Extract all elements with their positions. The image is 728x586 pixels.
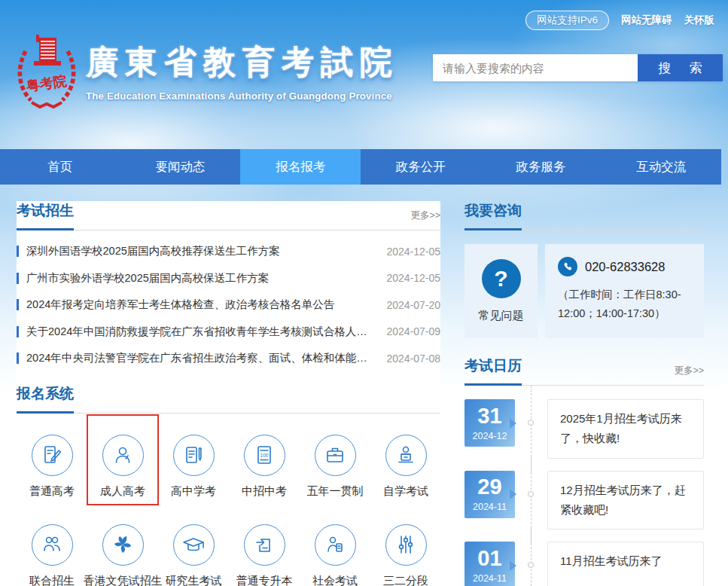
person-laptop-icon [394, 444, 417, 466]
main-nav: 首页 要闻动态 报名报考 政务公开 政务服务 互动交流 [0, 149, 721, 185]
news-row[interactable]: 关于2024年中国消防救援学院在广东省招收青年学生考核测试合格人员名单... 2… [17, 319, 440, 346]
adult-person-icon [111, 444, 134, 466]
timeline-track [515, 471, 547, 530]
phone-number: 020-62833628 [585, 260, 665, 274]
calendar-card[interactable]: 12月招生考试历来了，赶紧收藏吧! [547, 471, 704, 530]
news-title: 广州市实验外语学校2025届国内高校保送工作方案 [26, 271, 386, 285]
system-item-three-two[interactable]: 三二分段 [370, 505, 441, 586]
main-content: 考试招生 更多>> 深圳外国语学校2025届国内高校推荐保送生工作方案 2024… [0, 185, 721, 586]
calendar-card[interactable]: 11月招生考试历来了 [547, 542, 704, 586]
system-label: 中招中考 [242, 484, 287, 499]
bauhinia-flower-icon [111, 533, 134, 556]
news-date: 2024-07-08 [386, 353, 440, 365]
system-label: 社会考试 [312, 574, 358, 586]
systems-section-title: 报名系统 [17, 384, 74, 414]
graduation-cap-icon [181, 533, 206, 556]
system-label: 高中学考 [171, 484, 216, 499]
calendar-month: 2024-12 [473, 431, 507, 441]
gdeea-logo-icon: 粤考院 [14, 32, 80, 111]
system-item-zhongkao[interactable]: 100 中招中考 [229, 415, 300, 505]
system-item-self-study[interactable]: 自学考试 [370, 415, 441, 505]
news-title: 深圳外国语学校2025届国内高校推荐保送生工作方案 [26, 244, 386, 258]
news-title: 2024年报考定向培养军士考生体格检查、政治考核合格名单公告 [26, 298, 386, 312]
calendar-date-badge: 31 2024-12 [465, 399, 515, 447]
nav-item-home[interactable]: 首页 [0, 149, 120, 185]
site-title: 廣東省教育考試院 [86, 41, 402, 84]
system-item-gaokao[interactable]: 普通高考 [17, 415, 87, 505]
calendar-entry: 31 2024-12 2025年1月招生考试历来了，快收藏! [465, 399, 704, 459]
nav-item-gov-services[interactable]: 政务服务 [481, 149, 602, 185]
search-input[interactable] [433, 54, 638, 81]
system-item-hkdse[interactable]: 香港文凭试招生 [87, 505, 158, 586]
news-date: 2024-12-05 [386, 272, 440, 284]
system-label: 成人高考 [100, 484, 145, 499]
svg-text:100: 100 [260, 453, 269, 458]
doc-pen-icon [182, 444, 205, 466]
system-item-social-exam[interactable]: 社会考试 [300, 505, 370, 586]
consult-section-title: 我要咨询 [465, 201, 522, 230]
calendar-entry: 01 2024-11 11月招生考试历来了 [465, 542, 704, 586]
ipv6-badge[interactable]: 网站支持IPv6 [525, 11, 609, 30]
systems-grid: 普通高考 成人高考 高中学考 100 [17, 415, 440, 586]
timeline-track [515, 399, 547, 459]
system-item-five-year[interactable]: 五年一贯制 [300, 415, 370, 505]
system-label: 普通专升本 [236, 574, 293, 586]
calendar-date-badge: 01 2024-11 [465, 542, 515, 586]
system-label: 香港文凭试招生 [84, 574, 163, 586]
page: 网站支持IPv6 网站无障碍 关怀版 粤考院 廣東省教育考試院 [0, 0, 721, 586]
bullet-bar-icon [17, 353, 19, 364]
news-row[interactable]: 广州市实验外语学校2025届国内高校保送工作方案 2024-12-05 [17, 265, 440, 292]
calendar-more-link[interactable]: 更多>> [674, 365, 704, 385]
timeline-dot-icon [528, 491, 534, 497]
system-item-high-school-exam[interactable]: 高中学考 [158, 415, 229, 505]
systems-section-header: 报名系统 [17, 384, 440, 414]
timeline-dot-icon [528, 420, 534, 426]
news-list: 深圳外国语学校2025届国内高校推荐保送生工作方案 2024-12-05 广州市… [17, 238, 440, 372]
system-item-zhuanshengben[interactable]: 普通专升本 [229, 505, 300, 586]
news-date: 2024-07-09 [386, 325, 440, 337]
nav-item-gov-info[interactable]: 政务公开 [361, 149, 481, 185]
news-row[interactable]: 2024年报考定向培养军士考生体格检查、政治考核合格名单公告 2024-07-2… [17, 291, 440, 319]
system-item-adult-gaokao[interactable]: 成人高考 [87, 415, 158, 505]
accessibility-link[interactable]: 网站无障碍 [621, 14, 672, 27]
timeline-dot-icon [528, 562, 534, 568]
news-row[interactable]: 2024年中央司法警官学院在广东省招生政治考察、面试、体检和体能测试合... 2… [17, 345, 440, 372]
site-subtitle: The Education Examinations Authority of … [86, 90, 402, 102]
news-date: 2024-07-20 [386, 299, 440, 311]
consult-section-header: 我要咨询 [465, 201, 704, 230]
phone-icon [558, 257, 577, 276]
calendar-entry: 29 2024-11 12月招生考试历来了，赶紧收藏吧! [465, 471, 704, 530]
system-label: 联合招生 [29, 574, 75, 586]
calendar-section-header: 考试日历 更多>> [465, 356, 704, 386]
calendar-day: 01 [477, 548, 501, 569]
search-button[interactable]: 搜 索 [638, 54, 723, 81]
nav-item-news[interactable]: 要闻动态 [120, 149, 241, 185]
news-row[interactable]: 深圳外国语学校2025届国内高校推荐保送生工作方案 2024-12-05 [17, 238, 440, 265]
news-title: 关于2024年中国消防救援学院在广东省招收青年学生考核测试合格人员名单... [26, 325, 386, 339]
search-bar: 搜 索 [433, 54, 723, 81]
bullet-bar-icon [17, 326, 19, 337]
news-more-link[interactable]: 更多>> [410, 209, 440, 230]
briefcase-icon [324, 444, 346, 466]
news-section-header: 考试招生 更多>> [17, 201, 440, 230]
topbar: 网站支持IPv6 网站无障碍 关怀版 [525, 11, 714, 30]
calendar-month: 2024-11 [473, 502, 507, 512]
system-item-joint-admission[interactable]: 联合招生 [17, 505, 87, 586]
system-label: 五年一贯制 [307, 484, 364, 499]
faq-card[interactable]: ? 常见问题 [465, 244, 538, 338]
nav-item-interaction[interactable]: 互动交流 [601, 149, 721, 185]
bullet-bar-icon [17, 273, 19, 284]
question-icon: ? [482, 259, 521, 298]
care-version-link[interactable]: 关怀版 [684, 14, 715, 27]
news-title: 2024年中央司法警官学院在广东省招生政治考察、面试、体检和体能测试合... [26, 351, 386, 365]
nav-item-registration[interactable]: 报名报考 [240, 149, 361, 185]
calendar-card[interactable]: 2025年1月招生考试历来了，快收藏! [547, 399, 704, 459]
system-label: 研究生考试 [166, 574, 222, 586]
faq-label: 常见问题 [479, 309, 524, 323]
bullet-bar-icon [17, 299, 19, 310]
left-column: 考试招生 更多>> 深圳外国语学校2025届国内高校推荐保送生工作方案 2024… [17, 201, 440, 586]
logo-text: 粤考院 [25, 73, 69, 94]
calendar-date-badge: 29 2024-11 [465, 471, 515, 518]
system-item-postgraduate[interactable]: 研究生考试 [158, 505, 229, 586]
calendar-section-title: 考试日历 [465, 356, 522, 386]
